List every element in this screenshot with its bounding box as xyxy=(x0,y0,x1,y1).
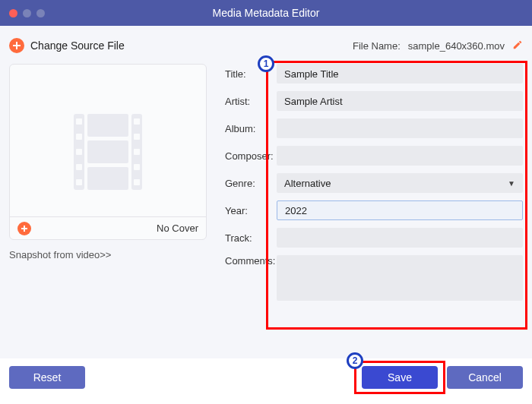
window-title: Media Metadata Editor xyxy=(0,7,532,19)
change-source-button[interactable]: Change Source File xyxy=(9,38,125,53)
comments-label: Comments: xyxy=(225,255,277,267)
main-area: No Cover Snapshot from video>> 1 Title: … xyxy=(9,64,523,351)
composer-label: Composer: xyxy=(225,150,277,162)
no-cover-label: No Cover xyxy=(157,223,198,234)
year-input[interactable] xyxy=(277,200,523,220)
album-input[interactable] xyxy=(277,118,523,138)
title-input[interactable] xyxy=(277,64,523,84)
editor-window: Media Metadata Editor Change Source File… xyxy=(0,0,532,404)
album-label: Album: xyxy=(225,123,277,134)
cover-column: No Cover Snapshot from video>> xyxy=(9,64,207,351)
annotation-badge-2: 2 xyxy=(347,352,363,369)
file-name-value: sample_640x360.mov xyxy=(408,40,505,52)
form-column: 1 Title: Artist: Album: xyxy=(222,64,523,351)
titlebar: Media Metadata Editor xyxy=(0,0,532,26)
bottom-bar: Reset 2 Save Cancel xyxy=(0,358,532,404)
artist-input[interactable] xyxy=(277,91,523,111)
artist-label: Artist: xyxy=(225,96,277,107)
file-name: File Name: sample_640x360.mov xyxy=(353,39,523,52)
cover-preview: No Cover xyxy=(9,64,207,240)
film-icon xyxy=(74,114,142,190)
save-button[interactable]: Save xyxy=(362,366,438,389)
edit-filename-icon[interactable] xyxy=(512,39,523,52)
cover-bar: No Cover xyxy=(10,216,206,239)
plus-icon xyxy=(9,38,24,53)
bottom-right: 2 Save Cancel xyxy=(362,366,523,389)
genre-value: Alternative xyxy=(284,178,331,189)
file-name-label: File Name: xyxy=(353,40,401,52)
snapshot-link[interactable]: Snapshot from video>> xyxy=(9,249,207,260)
chevron-down-icon: ▼ xyxy=(508,179,515,188)
form-rows: Title: Artist: Album: Composer: xyxy=(225,64,523,301)
top-row: Change Source File File Name: sample_640… xyxy=(9,33,523,58)
genre-select[interactable]: Alternative ▼ xyxy=(277,173,523,193)
comments-input[interactable] xyxy=(277,255,523,301)
track-label: Track: xyxy=(225,232,277,244)
genre-label: Genre: xyxy=(225,178,277,189)
year-label: Year: xyxy=(225,205,277,216)
add-cover-icon[interactable] xyxy=(17,222,31,235)
change-source-label: Change Source File xyxy=(30,39,125,52)
annotation-badge-1: 1 xyxy=(258,55,274,72)
content-area: Change Source File File Name: sample_640… xyxy=(0,26,532,358)
track-input[interactable] xyxy=(277,228,523,248)
composer-input[interactable] xyxy=(277,146,523,166)
cancel-button[interactable]: Cancel xyxy=(447,366,523,389)
reset-button[interactable]: Reset xyxy=(9,366,85,389)
